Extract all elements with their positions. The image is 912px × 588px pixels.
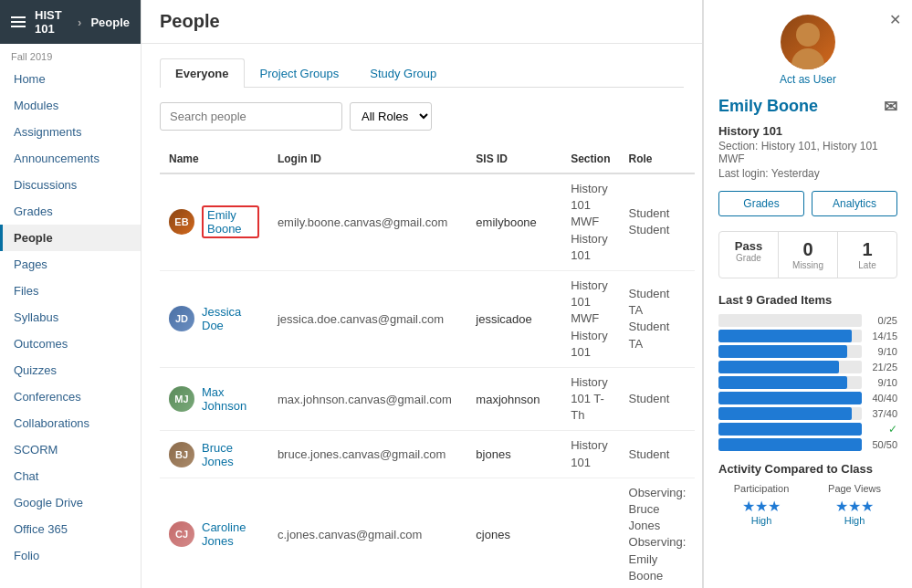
sidebar-item-chat[interactable]: Chat	[0, 463, 141, 489]
role: Student	[620, 431, 696, 478]
grade-bar-row: 37/40	[718, 407, 897, 420]
grade-score: 14/15	[865, 331, 897, 341]
grade-score: 50/50	[865, 439, 897, 450]
tab-study-group[interactable]: Study Group	[354, 58, 452, 88]
grade-score: 9/10	[865, 377, 897, 388]
tabs-bar: EveryoneProject GroupsStudy Group	[160, 58, 684, 88]
grade-score: 37/40	[865, 408, 897, 419]
sidebar-item-scorm[interactable]: SCORM	[0, 436, 141, 463]
grade-bar-row: 0/25	[718, 314, 897, 327]
sis-id: bjones	[466, 431, 561, 478]
section: History 101 MWFHistory 101	[561, 173, 619, 270]
late-label: Late	[842, 260, 893, 270]
login-id: max.johnson.canvas@gmail.com	[268, 367, 466, 431]
grade-bar-row: 9/10	[718, 345, 897, 358]
missing-label: Missing	[782, 260, 833, 270]
col-name: Name	[160, 145, 268, 173]
person-name-link[interactable]: Max Johnson	[202, 385, 259, 413]
pageviews-label: Page Views	[812, 483, 897, 494]
section: History 101 MWFHistory 101	[561, 270, 619, 367]
grades-button[interactable]: Grades	[718, 191, 804, 216]
sidebar-item-discussions[interactable]: Discussions	[0, 172, 141, 198]
grade-label: Grade	[723, 253, 774, 263]
panel-course: History 101	[718, 124, 897, 138]
person-name-link[interactable]: Emily Boone	[202, 205, 259, 238]
login-id: bruce.jones.canvas@gmail.com	[268, 431, 466, 478]
panel-user-name: Emily Boone	[718, 97, 818, 116]
sidebar-item-files[interactable]: Files	[0, 278, 141, 304]
login-id: c.jones.canvas@gmail.com	[268, 478, 466, 588]
login-id: jessica.doe.canvas@gmail.com	[268, 270, 466, 367]
sidebar-item-modules[interactable]: Modules	[0, 92, 141, 119]
role: Observing: Bruce JonesObserving: Emily B…	[620, 478, 696, 588]
grade-value: Pass	[723, 239, 774, 253]
app-title: HIST 101	[35, 8, 68, 36]
avatar: MJ	[169, 386, 194, 412]
tab-project-groups[interactable]: Project Groups	[245, 58, 355, 88]
login-id: emily.boone.canvas@gmail.com	[268, 173, 466, 270]
sis-id: jessicadoe	[466, 270, 561, 367]
sis-id: maxjohnson	[466, 367, 561, 431]
search-input[interactable]	[160, 102, 342, 131]
breadcrumb: People	[90, 16, 130, 29]
table-row: JDJessica Doejessica.doe.canvas@gmail.co…	[160, 270, 695, 367]
panel-section: Section: History 101, History 101 MWF	[718, 140, 897, 165]
role: Student TAStudent TA	[620, 270, 696, 367]
sidebar-item-outcomes[interactable]: Outcomes	[0, 331, 141, 357]
user-detail-panel: ✕ Act as User Emily Boone ✉ History 101 …	[702, 0, 912, 588]
sidebar-item-collaborations[interactable]: Collaborations	[0, 410, 141, 436]
activity-title: Activity Compared to Class	[718, 462, 897, 476]
act-as-link[interactable]: Act as User	[780, 73, 836, 86]
col-role: Role	[620, 145, 696, 173]
pageviews-level: High	[812, 515, 897, 526]
sidebar-item-office365[interactable]: Office 365	[0, 516, 141, 542]
sidebar-item-announcements[interactable]: Announcements	[0, 145, 141, 172]
panel-last-login: Last login: Yesterday	[718, 167, 897, 180]
email-icon[interactable]: ✉	[884, 97, 897, 117]
section: History 101 T-Th	[561, 367, 619, 431]
panel-avatar	[781, 15, 835, 69]
svg-point-0	[796, 23, 820, 47]
sidebar-item-folio[interactable]: Folio	[0, 542, 141, 569]
avatar: BJ	[169, 442, 194, 467]
participation-stars: ★★★	[718, 498, 804, 515]
grade-bar-row: 14/15	[718, 330, 897, 342]
sidebar-item-grades[interactable]: Grades	[0, 198, 141, 225]
late-value: 1	[842, 239, 893, 260]
table-row: BJBruce Jonesbruce.jones.canvas@gmail.co…	[160, 431, 695, 478]
grade-bar-row: ✓	[718, 423, 897, 436]
person-name-link[interactable]: Bruce Jones	[202, 441, 259, 468]
tab-everyone[interactable]: Everyone	[160, 58, 245, 88]
hamburger-menu[interactable]	[11, 16, 26, 27]
sidebar-item-home[interactable]: Home	[0, 66, 141, 92]
avatar: JD	[169, 306, 194, 331]
table-row: CJCaroline Jonesc.jones.canvas@gmail.com…	[160, 478, 695, 588]
table-row: EBEmily Booneemily.boone.canvas@gmail.co…	[160, 173, 695, 270]
col-login-id: Login ID	[268, 145, 466, 173]
term-label: Fall 2019	[0, 44, 141, 66]
sidebar-item-assignments[interactable]: Assignments	[0, 119, 141, 145]
person-name-link[interactable]: Caroline Jones	[202, 520, 259, 548]
person-name-link[interactable]: Jessica Doe	[202, 305, 259, 332]
section	[561, 478, 619, 588]
avatar: CJ	[169, 521, 194, 547]
grade-score: 0/25	[865, 315, 897, 326]
sidebar-item-pages[interactable]: Pages	[0, 251, 141, 278]
col-sis-id: SIS ID	[466, 145, 561, 173]
people-table: NameLogin IDSIS IDSectionRole EBEmily Bo…	[160, 145, 695, 588]
grade-bar-row: 40/40	[718, 392, 897, 404]
participation-label: Participation	[718, 483, 804, 494]
grade-bar-row: 21/25	[718, 361, 897, 373]
sidebar-item-people[interactable]: People	[0, 225, 141, 251]
table-row: MJMax Johnsonmax.johnson.canvas@gmail.co…	[160, 367, 695, 431]
sidebar-item-syllabus[interactable]: Syllabus	[0, 304, 141, 331]
role-filter[interactable]: All Roles	[350, 102, 432, 131]
sidebar-item-conferences[interactable]: Conferences	[0, 383, 141, 410]
section: History 101	[561, 431, 619, 478]
sidebar-item-quizzes[interactable]: Quizzes	[0, 357, 141, 383]
close-button[interactable]: ✕	[889, 11, 901, 28]
analytics-button[interactable]: Analytics	[812, 191, 897, 216]
grade-bar-row: 50/50	[718, 438, 897, 451]
grade-bar-row: 9/10	[718, 376, 897, 389]
sidebar-item-google-drive[interactable]: Google Drive	[0, 489, 141, 516]
